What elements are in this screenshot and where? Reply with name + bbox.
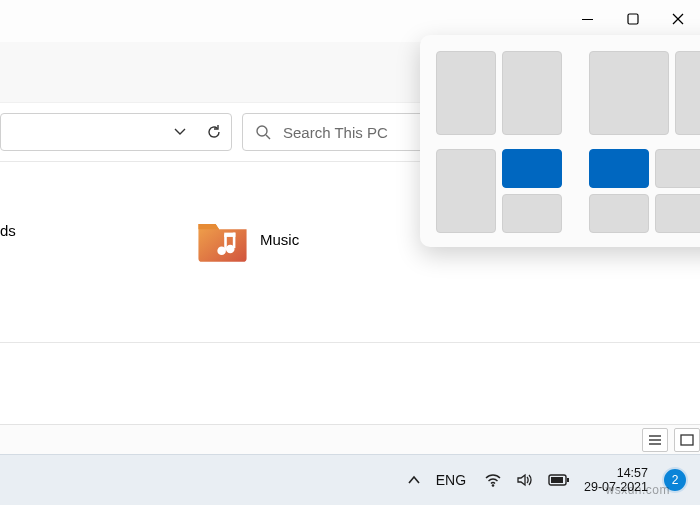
maximize-icon	[627, 13, 639, 25]
snap-tile[interactable]	[436, 149, 496, 233]
maximize-button[interactable]	[610, 4, 655, 34]
clock-time: 14:57	[617, 466, 648, 480]
snap-tile[interactable]	[436, 51, 496, 135]
minimize-button[interactable]	[565, 4, 610, 34]
wifi-button[interactable]	[484, 472, 502, 488]
chevron-up-icon	[406, 472, 422, 488]
snap-tile[interactable]	[589, 51, 669, 135]
snap-tile-selected[interactable]	[502, 149, 562, 188]
system-tray: ENG 14:57 29-07-2021	[406, 466, 700, 495]
snap-layout-two-half	[436, 51, 561, 133]
close-icon	[672, 13, 684, 25]
refresh-icon	[206, 124, 222, 140]
folder-music[interactable]: Music	[195, 212, 299, 267]
svg-point-15	[492, 484, 495, 487]
address-bar[interactable]	[0, 113, 232, 151]
svg-rect-17	[567, 478, 569, 482]
speaker-icon	[516, 472, 534, 488]
snap-tile[interactable]	[655, 149, 700, 188]
details-view-button[interactable]	[642, 428, 668, 452]
svg-rect-14	[681, 435, 693, 445]
folder-downloads-label-partial: ds	[0, 222, 16, 239]
svg-point-10	[226, 245, 235, 254]
close-button[interactable]	[655, 4, 700, 34]
snap-layout-quadrants	[589, 149, 700, 231]
volume-button[interactable]	[516, 472, 534, 488]
snap-tile[interactable]	[502, 51, 562, 135]
svg-rect-1	[628, 14, 638, 24]
tray-overflow-button[interactable]	[406, 472, 422, 488]
wifi-icon	[484, 472, 502, 488]
svg-point-9	[217, 246, 226, 255]
snap-layouts-flyout	[420, 35, 700, 247]
list-icon	[648, 434, 662, 446]
clock-date: 29-07-2021	[584, 480, 648, 494]
battery-button[interactable]	[548, 473, 570, 487]
search-icon	[255, 124, 271, 140]
taskbar-clock[interactable]: 14:57 29-07-2021	[584, 466, 648, 495]
grid-icon	[680, 434, 694, 446]
snap-tile[interactable]	[502, 194, 562, 233]
notifications-button[interactable]: 2	[662, 467, 688, 493]
snap-tile-selected[interactable]	[589, 149, 649, 188]
taskbar: ENG 14:57 29-07-2021	[0, 454, 700, 505]
content-lower	[0, 343, 700, 409]
svg-rect-8	[224, 233, 235, 237]
battery-icon	[548, 473, 570, 487]
svg-line-5	[266, 135, 270, 139]
music-folder-icon	[195, 212, 250, 267]
refresh-button[interactable]	[197, 115, 231, 149]
folder-music-label: Music	[260, 231, 299, 248]
snap-layout-two-third	[589, 51, 700, 133]
address-history-dropdown[interactable]	[163, 115, 197, 149]
input-language[interactable]: ENG	[436, 472, 466, 488]
snap-tile[interactable]	[675, 51, 700, 135]
snap-layout-left-and-stack	[436, 149, 561, 231]
status-bar	[0, 424, 700, 455]
large-icons-view-button[interactable]	[674, 428, 700, 452]
notifications-count: 2	[672, 473, 679, 487]
search-placeholder: Search This PC	[283, 124, 388, 141]
snap-tile[interactable]	[589, 194, 649, 233]
minimize-icon	[582, 14, 593, 25]
svg-point-4	[257, 126, 267, 136]
chevron-down-icon	[173, 125, 187, 139]
snap-tile[interactable]	[655, 194, 700, 233]
svg-rect-18	[551, 477, 563, 483]
